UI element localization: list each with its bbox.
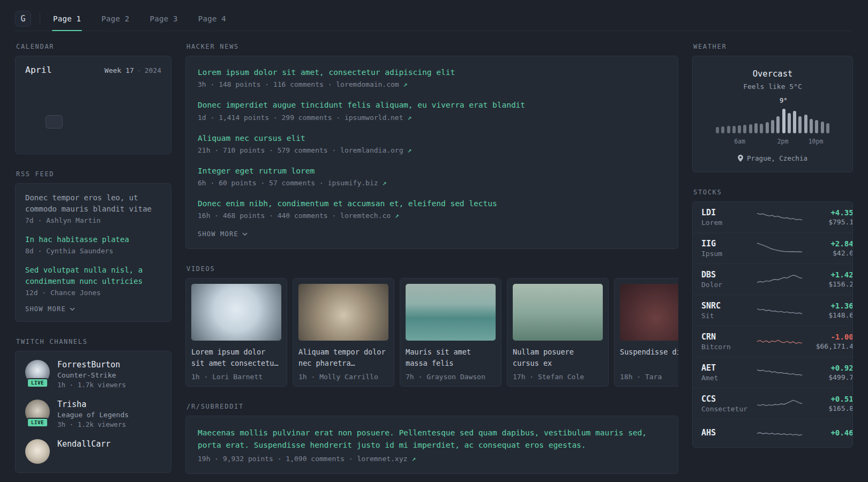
rss-item-meta: 7d · Ashlyn Martin: [25, 216, 161, 224]
video-thumbnail: [620, 284, 678, 341]
weather-time-label: 6am: [734, 138, 745, 145]
hn-show-more-button[interactable]: SHOW MORE: [198, 230, 248, 238]
twitch-channel[interactable]: LIVE KendallCarr: [25, 439, 161, 464]
right-column: WEATHER Overcast Feels like 5°C 9° 6am2p…: [692, 43, 853, 464]
rss-show-more-button[interactable]: SHOW MORE: [25, 305, 75, 313]
weather-feels-like: Feels like 5°C: [702, 82, 843, 91]
stock-symbol: DBS: [701, 270, 753, 280]
stock-identity: CCS Consectetur: [701, 394, 753, 413]
nav-tab[interactable]: Page 1: [52, 6, 82, 31]
weather-location-text: Prague, Czechia: [747, 154, 807, 162]
twitch-widget: LIVE ForrestBurton Counter-Strike 1h · 1…: [15, 351, 171, 473]
stocks-widget: LDI Lorem +4.35% $795.18 IIG Ipsum +2.84…: [692, 201, 853, 448]
twitch-channel[interactable]: LIVE ForrestBurton Counter-Strike 1h · 1…: [25, 360, 161, 389]
nav-tabs: Page 1 Page 2 Page 3 Page 4: [52, 6, 245, 31]
twitch-channel-name: KendallCarr: [57, 439, 110, 449]
calendar-week: Week 17: [104, 66, 134, 74]
hacker-news-domain-link[interactable]: ipsumify.biz ↗: [328, 179, 387, 187]
calendar-day: [26, 115, 43, 129]
weather-condition: Overcast: [702, 69, 843, 79]
weather-time-axis: 6am2pm10pm: [716, 138, 829, 146]
nav-tab-label: Page 1: [53, 14, 81, 23]
location-pin-icon: [738, 155, 743, 162]
stock-row: AHS +0.46%: [693, 419, 852, 447]
stock-identity: CRN Bitcorn: [701, 332, 753, 351]
calendar-widget: April Week 17·2024: [15, 56, 171, 154]
app-logo[interactable]: G: [15, 11, 31, 27]
nav-tab[interactable]: Page 4: [197, 6, 227, 31]
calendar-day: [85, 97, 102, 111]
hacker-news-domain-link[interactable]: loremlandia.org ↗: [340, 146, 411, 154]
rss-item-title-link[interactable]: Sed volutpat nulla nisl, a condimentum n…: [25, 265, 161, 287]
video-card[interactable]: Mauris sit amet massa felis 7h · Grayson…: [400, 278, 502, 387]
stock-row: CCS Consectetur +0.51% $165.84: [693, 388, 852, 419]
hacker-news-domain-link[interactable]: loremdomain.com ↗: [336, 80, 407, 88]
weather-bar: [810, 119, 813, 133]
hacker-news-domain-link[interactable]: loremtech.co ↗: [340, 212, 399, 220]
hacker-news-item: Donec enim nibh, condimentum et accumsan…: [198, 198, 666, 220]
hacker-news-title-link[interactable]: Aliquam nec cursus elit: [198, 133, 666, 144]
video-card[interactable]: Aliquam tempor dolor nec pharetra… 1h · …: [293, 278, 394, 387]
video-card[interactable]: Nullam posuere cursus ex 17h · Stefan Co…: [507, 278, 609, 387]
videos-row: Lorem ipsum dolor sit amet consectetu… 1…: [185, 278, 678, 387]
subreddit-section: /R/SUBREDDIT Maecenas mollis pulvinar er…: [185, 403, 678, 474]
video-title: Lorem ipsum dolor sit amet consectetu…: [191, 347, 281, 368]
subreddit-widget: Maecenas mollis pulvinar erat non posuer…: [185, 416, 678, 474]
stock-identity: AHS: [701, 428, 753, 439]
weather-bar: [749, 124, 752, 133]
stock-price: $499.72: [806, 373, 853, 381]
weather-bar: [815, 120, 818, 133]
nav-tab[interactable]: Page 2: [100, 6, 130, 31]
stock-change: +0.51%: [806, 395, 853, 403]
stock-identity: SNRC Sit: [701, 301, 753, 320]
stock-row: DBS Dolor +1.42% $156.28: [693, 263, 852, 295]
nav-tab[interactable]: Page 3: [149, 6, 179, 31]
video-meta: 1h · Lori Barnett: [191, 373, 281, 381]
subreddit-domain-link[interactable]: loremnet.xyz ↗: [357, 455, 416, 463]
rss-item-title-link[interactable]: In hac habitasse platea: [25, 234, 161, 245]
stock-symbol: AHS: [701, 428, 753, 438]
stock-symbol: AET: [701, 363, 753, 373]
stock-row: AET Amet +0.92% $499.72: [693, 357, 852, 388]
twitch-channel-name: Trisha: [57, 400, 129, 409]
calendar-day: [65, 97, 83, 111]
section-title-weather: WEATHER: [693, 43, 853, 50]
video-card[interactable]: Suspendisse diam 18h · Tara: [614, 278, 678, 387]
stock-row: CRN Bitcorn -1.00% $66,171.48: [693, 326, 852, 357]
stock-identity: LDI Lorem: [701, 208, 753, 227]
stock-values: +4.35% $795.18: [806, 208, 853, 226]
hacker-news-title-link[interactable]: Lorem ipsum dolor sit amet, consectetur …: [198, 67, 666, 78]
twitch-channel[interactable]: LIVE Trisha League of Legends 3h · 1.2k …: [25, 400, 161, 428]
weather-bar: [766, 122, 769, 133]
hacker-news-domain-link[interactable]: ipsumworld.net ↗: [345, 114, 411, 122]
rss-item: In hac habitasse platea 8d · Cynthia Sau…: [25, 234, 161, 255]
stock-sparkline: [757, 334, 802, 350]
twitch-channel-info: Trisha League of Legends 3h · 1.2k viewe…: [57, 400, 129, 428]
weather-bar: [716, 127, 719, 133]
stock-values: -1.00% $66,171.48: [806, 333, 853, 350]
stock-change: +0.46%: [806, 428, 853, 437]
avatar-image: [25, 439, 50, 464]
weather-location: Prague, Czechia: [702, 154, 843, 162]
rss-item-title-link[interactable]: Donec tempor eros leo, ut commodo mauris…: [25, 192, 161, 215]
weather-bar: [826, 123, 829, 133]
weather-bar: [782, 109, 785, 133]
stock-price: $148.64: [806, 311, 853, 319]
hacker-news-title-link[interactable]: Integer eget rutrum lorem: [198, 165, 666, 176]
rss-show-more-label: SHOW MORE: [25, 305, 66, 313]
hacker-news-item: Integer eget rutrum lorem 6h · 60 points…: [198, 165, 666, 187]
stock-values: +0.92% $499.72: [806, 364, 853, 381]
twitch-channel-meta: 1h · 1.7k viewers: [57, 381, 126, 389]
rss-item: Donec tempor eros leo, ut commodo mauris…: [25, 192, 161, 224]
nav-tab-label: Page 4: [198, 14, 226, 23]
weather-bar: [743, 125, 746, 133]
subreddit-post-meta: 19h · 9,932 points · 1,090 comments · lo…: [198, 455, 666, 463]
stock-values: +0.46%: [806, 428, 853, 438]
hacker-news-title-link[interactable]: Donec imperdiet augue tincidunt felis al…: [198, 100, 666, 110]
stock-price: $795.18: [806, 218, 853, 226]
subreddit-post-link[interactable]: Maecenas mollis pulvinar erat non posuer…: [198, 427, 666, 451]
calendar-weekdays: [25, 84, 161, 92]
hacker-news-title-link[interactable]: Donec enim nibh, condimentum et accumsan…: [198, 198, 666, 209]
video-card[interactable]: Lorem ipsum dolor sit amet consectetu… 1…: [185, 278, 287, 387]
external-link-icon: ↗: [407, 114, 411, 122]
